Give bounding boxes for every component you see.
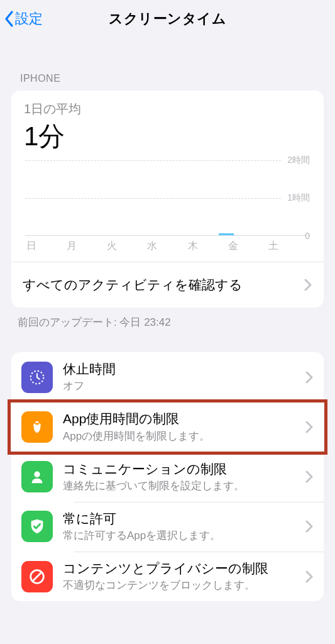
chevron-right-icon [305,470,314,484]
chevron-right-icon [305,519,314,533]
section-header: IPHONE [0,38,335,91]
row-app-limits[interactable]: App使用時間の制限Appの使用時間を制限します。 [11,402,324,452]
row-title: 常に許可 [63,511,305,527]
chevron-left-icon [4,10,15,28]
row-subtitle: 連絡先に基づいて制限を設定します。 [63,479,305,493]
chevron-right-icon [305,420,314,434]
chevron-right-icon [305,370,314,384]
see-all-activity[interactable]: すべてのアクティビティを確認する [11,262,324,308]
back-button[interactable]: 設定 [4,9,43,28]
usage-card: 1日の平均 1分 01時間2時間 日月火水木金土 すべてのアクティビティを確認す… [11,91,324,308]
person-icon [21,461,53,492]
see-all-activity-label: すべてのアクティビティを確認する [23,276,243,294]
chart-xtick: 金 [228,240,268,253]
no-symbol-icon [21,561,53,592]
row-subtitle: 常に許可するAppを選択します。 [63,528,305,543]
chart-xtick: 木 [188,240,228,253]
row-subtitle: Appの使用時間を制限します。 [63,429,305,443]
row-always-allowed[interactable]: 常に許可常に許可するAppを選択します。 [11,502,324,552]
settings-list: 休止時間オフApp使用時間の制限Appの使用時間を制限します。コミュニケーション… [11,352,324,601]
back-label: 設定 [15,9,43,28]
row-subtitle: オフ [63,379,305,393]
chart-ytick: 0 [305,231,310,241]
svg-line-4 [33,572,42,581]
chart-xtick: 土 [268,240,309,253]
row-title: コミュニケーションの制限 [63,461,305,477]
row-communication-limits[interactable]: コミュニケーションの制限連絡先に基づいて制限を設定します。 [11,452,324,502]
row-content-privacy[interactable]: コンテンツとプライバシーの制限不適切なコンテンツをブロックします。 [11,552,324,601]
chevron-right-icon [305,570,314,584]
svg-point-2 [34,472,40,477]
row-subtitle: 不適切なコンテンツをブロックします。 [63,578,305,592]
daily-average-value: 1分 [24,119,311,154]
row-title: コンテンツとプライバシーの制限 [63,560,305,577]
svg-rect-1 [35,423,39,425]
row-title: App使用時間の制限 [63,411,305,427]
usage-chart: 01時間2時間 日月火水木金土 [11,157,324,262]
chart-xtick: 火 [107,240,147,253]
clock-dashed-icon [21,362,53,393]
chart-xtick: 水 [147,240,187,253]
daily-average-label: 1日の平均 [24,101,311,118]
chart-xtick: 月 [67,240,107,253]
navbar: 設定 スクリーンタイム [0,0,335,38]
hourglass-icon [21,411,53,443]
row-title: 休止時間 [63,361,305,377]
chart-ytick: 2時間 [287,155,310,166]
page-title: スクリーンタイム [109,9,226,28]
shield-check-icon [21,511,53,542]
row-downtime[interactable]: 休止時間オフ [11,352,324,402]
last-update: 前回のアップデート: 今日 23:42 [0,308,335,330]
chart-bar [219,233,234,235]
chevron-right-icon [304,278,312,292]
chart-xtick: 日 [26,240,67,253]
chart-ytick: 1時間 [287,192,310,204]
